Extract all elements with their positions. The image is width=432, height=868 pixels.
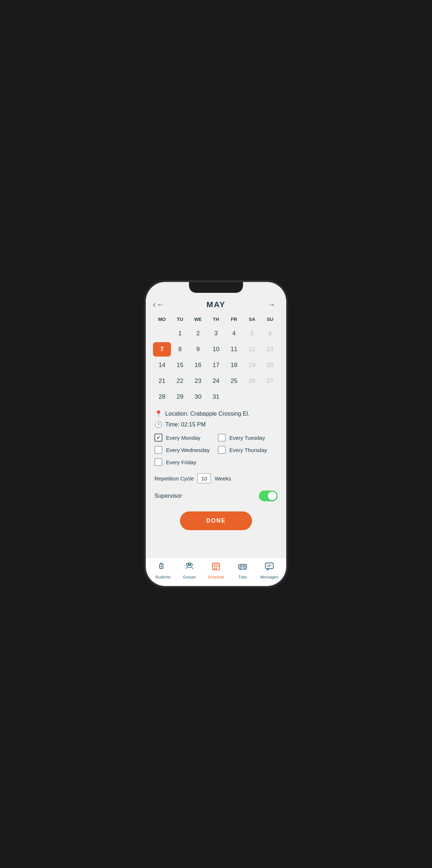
nav-item-messages[interactable]: Messages	[256, 561, 283, 579]
cal-cell-empty2	[225, 390, 243, 404]
checkbox-thursday-box[interactable]	[218, 446, 226, 454]
nav-item-students[interactable]: Students	[149, 561, 176, 579]
svg-rect-16	[243, 565, 245, 567]
cal-cell-5[interactable]: 5	[243, 326, 261, 341]
calendar-month-title: MAY	[207, 300, 226, 309]
done-button[interactable]: DONE	[180, 511, 252, 530]
svg-point-17	[240, 568, 241, 570]
calendar-week-3: 14 15 16 17 18 19 20	[153, 358, 279, 372]
cal-cell-empty4	[261, 390, 279, 404]
cal-cell-28[interactable]: 28	[153, 390, 171, 404]
svg-rect-20	[265, 563, 273, 569]
repetition-row: Repetition Cycle Weeks	[154, 473, 278, 483]
repetition-label-after: Weeks	[215, 475, 231, 482]
repetition-label-before: Repetition Cycle	[154, 475, 194, 482]
cal-cell-18[interactable]: 18	[225, 358, 243, 372]
cal-cell-20[interactable]: 20	[261, 358, 279, 372]
svg-rect-11	[217, 566, 219, 567]
nav-item-schedule[interactable]: Schedule	[203, 561, 229, 579]
nav-item-groups[interactable]: Groups	[176, 561, 203, 579]
cal-cell-3[interactable]: 3	[207, 326, 225, 341]
cal-cell-8[interactable]: 8	[171, 342, 189, 357]
checkbox-tuesday-box[interactable]	[218, 434, 226, 442]
calendar-week-1: 1 2 3 4 5 6	[153, 326, 279, 341]
next-month-button[interactable]: →	[267, 300, 275, 309]
back-button[interactable]: ‹	[153, 300, 156, 309]
bottom-nav: Students Groups	[146, 557, 286, 586]
checkbox-friday-box[interactable]	[154, 458, 162, 466]
nav-label-messages: Messages	[260, 575, 278, 579]
day-mo: MO	[153, 315, 171, 323]
phone-notch	[189, 282, 243, 293]
calendar-days-header: MO TU WE TH FR SA SU	[153, 315, 279, 323]
days-checkbox-grid: Every Monday Every Tuesday Every Wednesd…	[154, 434, 278, 466]
checkbox-friday-label: Every Friday	[166, 459, 196, 465]
checkbox-thursday[interactable]: Every Thursday	[218, 446, 278, 454]
repetition-input[interactable]	[197, 473, 211, 483]
cal-cell-22[interactable]: 22	[171, 374, 189, 388]
calendar-grid: MO TU WE TH FR SA SU 1 2 3 4 5 6	[153, 315, 279, 404]
checkbox-wednesday-box[interactable]	[154, 446, 162, 454]
time-label: Time: 02:15 PM	[165, 421, 206, 428]
cal-cell-1[interactable]: 1	[171, 326, 189, 341]
cal-cell-31[interactable]: 31	[207, 390, 225, 404]
cal-cell-2[interactable]: 2	[189, 326, 207, 341]
cal-cell-9[interactable]: 9	[189, 342, 207, 357]
nav-label-groups: Groups	[183, 575, 196, 579]
supervisor-row: Supervisor	[154, 491, 278, 501]
time-row: 🕐 Time: 02:15 PM	[154, 421, 278, 429]
svg-rect-9	[214, 566, 215, 567]
cal-cell-16[interactable]: 16	[189, 358, 207, 372]
nav-label-schedule: Schedule	[208, 575, 224, 579]
location-row: 📍 Location: Crabapple Crossing El.	[154, 410, 278, 418]
checkbox-friday[interactable]: Every Friday	[154, 458, 214, 466]
cal-cell-7[interactable]: 7	[153, 342, 171, 357]
cal-cell-14[interactable]: 14	[153, 358, 171, 372]
trips-icon	[238, 561, 248, 573]
location-label: Location: Crabapple Crossing El.	[165, 411, 249, 417]
checkbox-monday-box[interactable]	[154, 434, 162, 442]
cal-cell-27[interactable]: 27	[261, 374, 279, 388]
students-icon	[158, 561, 168, 573]
toggle-knob	[268, 492, 276, 500]
cal-cell-30[interactable]: 30	[189, 390, 207, 404]
cal-cell-19[interactable]: 19	[243, 358, 261, 372]
cal-cell-empty	[153, 326, 171, 341]
schedule-icon	[211, 561, 221, 573]
prev-month-button[interactable]: ←	[157, 300, 165, 309]
cal-cell-21[interactable]: 21	[153, 374, 171, 388]
calendar-header: ← MAY →	[153, 300, 279, 309]
supervisor-toggle[interactable]	[259, 491, 278, 501]
svg-rect-12	[214, 568, 215, 569]
groups-icon	[184, 561, 194, 573]
checkbox-monday[interactable]: Every Monday	[154, 434, 214, 442]
location-icon: 📍	[154, 410, 162, 418]
clock-icon: 🕐	[154, 421, 162, 429]
checkbox-thursday-label: Every Thursday	[229, 447, 267, 453]
cal-cell-26[interactable]: 26	[243, 374, 261, 388]
cal-cell-17[interactable]: 17	[207, 358, 225, 372]
checkbox-tuesday[interactable]: Every Tuesday	[218, 434, 278, 442]
messages-icon	[264, 561, 274, 573]
checkbox-tuesday-label: Every Tuesday	[229, 435, 265, 441]
cal-cell-10[interactable]: 10	[207, 342, 225, 357]
cal-cell-11[interactable]: 11	[225, 342, 243, 357]
cal-cell-15[interactable]: 15	[171, 358, 189, 372]
nav-item-trips[interactable]: Trips	[229, 561, 256, 579]
cal-cell-25[interactable]: 25	[225, 374, 243, 388]
supervisor-label: Supervisor	[154, 493, 182, 499]
cal-cell-24[interactable]: 24	[207, 374, 225, 388]
svg-rect-13	[216, 568, 217, 569]
phone-frame: ‹ ← MAY → MO TU WE TH FR SA SU	[146, 282, 286, 586]
cal-cell-13[interactable]: 13	[261, 342, 279, 357]
calendar-week-5: 28 29 30 31	[153, 390, 279, 404]
checkbox-wednesday[interactable]: Every Wednesday	[154, 446, 214, 454]
svg-point-18	[244, 568, 246, 570]
nav-label-trips: Trips	[238, 575, 247, 579]
day-th: TH	[207, 315, 225, 323]
cal-cell-4[interactable]: 4	[225, 326, 243, 341]
cal-cell-12[interactable]: 12	[243, 342, 261, 357]
cal-cell-6[interactable]: 6	[261, 326, 279, 341]
cal-cell-23[interactable]: 23	[189, 374, 207, 388]
cal-cell-29[interactable]: 29	[171, 390, 189, 404]
